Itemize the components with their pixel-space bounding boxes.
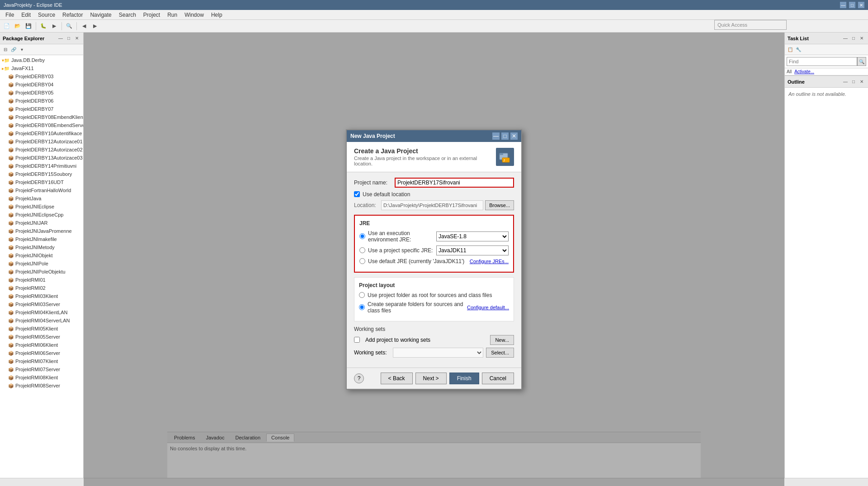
tree-item[interactable]: 📦ProjektRMI07Server bbox=[0, 365, 83, 373]
cancel-button[interactable]: Cancel bbox=[482, 373, 514, 384]
tree-item[interactable]: 📦ProjektDERBY13Autorizace03 bbox=[0, 154, 83, 162]
tree-item[interactable]: 📦ProjektDERBY14Primitiuvni bbox=[0, 162, 83, 170]
toolbar-open[interactable]: 📂 bbox=[13, 21, 23, 31]
explorer-menu-btn[interactable]: ▾ bbox=[18, 46, 25, 53]
menu-project[interactable]: Project bbox=[140, 11, 164, 19]
jre-env-select[interactable]: JavaSE-1.8 JavaSE-11 JavaSE-14 bbox=[436, 231, 509, 241]
layout-option1-radio[interactable] bbox=[359, 292, 365, 298]
maximize-btn[interactable]: □ bbox=[849, 2, 855, 8]
tree-item[interactable]: 📦ProjektDERBY03 bbox=[0, 72, 83, 80]
tree-item[interactable]: 📦ProjektDERBY16UDT bbox=[0, 178, 83, 186]
outline-minimize[interactable]: — bbox=[842, 78, 849, 85]
tree-item[interactable]: 📦ProjektJNIPole bbox=[0, 260, 83, 268]
tree-item[interactable]: 📦ProjektJNIJavaPromenne bbox=[0, 227, 83, 235]
tree-item[interactable]: 📦ProjektDERBY04 bbox=[0, 80, 83, 89]
layout-option2-radio[interactable] bbox=[359, 304, 365, 310]
location-input[interactable] bbox=[381, 200, 483, 210]
menu-refactor[interactable]: Refactor bbox=[59, 11, 86, 19]
tree-item[interactable]: 📦ProjektJava bbox=[0, 194, 83, 203]
toolbar-search[interactable]: 🔍 bbox=[64, 21, 74, 31]
tree-item[interactable]: 📦ProjektJNIJAR bbox=[0, 219, 83, 227]
tree-item[interactable]: 📦ProjektJNIObjekt bbox=[0, 251, 83, 260]
toolbar-debug[interactable]: 🐛 bbox=[38, 21, 48, 31]
tree-item[interactable]: 📦ProjektJNIPoleObjektu bbox=[0, 268, 83, 276]
tree-item[interactable]: ▾📁Java.DB.Derby bbox=[0, 56, 83, 64]
tree-item[interactable]: 📦ProjektDERBY05 bbox=[0, 89, 83, 97]
jre-option2-radio[interactable] bbox=[359, 247, 365, 253]
panel-close[interactable]: ✕ bbox=[73, 35, 80, 42]
next-button[interactable]: Next > bbox=[415, 373, 447, 384]
tree-item[interactable]: 📦ProjektDERBY07 bbox=[0, 105, 83, 113]
tree-item[interactable]: 📦ProjektDERBY15Soubory bbox=[0, 170, 83, 178]
tree-item[interactable]: 📦ProjektRMI06Server bbox=[0, 349, 83, 357]
tree-item[interactable]: 📦ProjektRMI04ServerLAN bbox=[0, 316, 83, 325]
activate-link[interactable]: Activate... bbox=[794, 69, 814, 74]
task-find-btn[interactable]: 🔍 bbox=[857, 57, 866, 66]
collapse-all-btn[interactable]: ⊟ bbox=[2, 46, 9, 53]
jre-option3-radio[interactable] bbox=[359, 258, 365, 264]
tree-item[interactable]: 📦ProjektRMI02 bbox=[0, 284, 83, 292]
toolbar-save[interactable]: 💾 bbox=[24, 21, 33, 31]
tree-item[interactable]: 📦ProjektDERBY06 bbox=[0, 97, 83, 105]
new-working-set-btn[interactable]: New... bbox=[490, 335, 514, 345]
menu-search[interactable]: Search bbox=[115, 11, 140, 19]
tree-item[interactable]: 📦ProjektRMI06Klient bbox=[0, 341, 83, 349]
link-with-editor-btn[interactable]: 🔗 bbox=[10, 46, 17, 53]
toolbar-forward[interactable]: ▶ bbox=[90, 21, 100, 31]
panel-maximize[interactable]: □ bbox=[65, 35, 72, 42]
browse-button[interactable]: Browse... bbox=[485, 200, 514, 210]
tree-item[interactable]: 📦ProjektRMI05Klient bbox=[0, 325, 83, 333]
jre-specific-select[interactable]: JavaJDK11 bbox=[436, 245, 509, 255]
tree-item[interactable]: 📦ProjektDERBY12Autorizace01 bbox=[0, 137, 83, 146]
tree-item[interactable]: 📦ProjektRMI08Server bbox=[0, 382, 83, 390]
tree-item[interactable]: 📦ProjektDERBY10Autentifikace bbox=[0, 129, 83, 137]
menu-window[interactable]: Window bbox=[181, 11, 208, 19]
tree-item[interactable]: 📦ProjektJNImakefile bbox=[0, 235, 83, 243]
menu-file[interactable]: File bbox=[2, 11, 18, 19]
back-button[interactable]: < Back bbox=[381, 373, 413, 384]
toolbar-back[interactable]: ◀ bbox=[79, 21, 89, 31]
select-working-set-btn[interactable]: Select... bbox=[486, 348, 514, 358]
toolbar-run[interactable]: ▶ bbox=[49, 21, 59, 31]
find-all-option[interactable]: All bbox=[787, 69, 792, 74]
tree-item[interactable]: 📦ProjektRMI08Klient bbox=[0, 373, 83, 382]
use-default-location-checkbox[interactable] bbox=[354, 191, 360, 197]
minimize-btn[interactable]: — bbox=[840, 2, 846, 8]
menu-navigate[interactable]: Navigate bbox=[86, 11, 115, 19]
task-btn2[interactable]: 🔧 bbox=[795, 46, 802, 53]
menu-help[interactable]: Help bbox=[208, 11, 226, 19]
tree-item[interactable]: 📦ProjektJNIEclipse bbox=[0, 203, 83, 211]
tree-item[interactable]: 📦ProjektRMI03Klient bbox=[0, 292, 83, 300]
working-sets-select[interactable] bbox=[393, 348, 483, 358]
configure-jres-link[interactable]: Configure JREs... bbox=[470, 259, 509, 264]
jre-option1-radio[interactable] bbox=[359, 233, 365, 239]
finish-button[interactable]: Finish bbox=[449, 373, 479, 384]
tree-item[interactable]: 📦ProjektDERBY12Autorizace02 bbox=[0, 146, 83, 154]
tree-item[interactable]: 📦ProjektJNIEclipseCpp bbox=[0, 211, 83, 219]
add-working-sets-checkbox[interactable] bbox=[354, 337, 360, 343]
toolbar-new[interactable]: 📄 bbox=[2, 21, 12, 31]
menu-run[interactable]: Run bbox=[164, 11, 181, 19]
task-find-input[interactable] bbox=[787, 57, 857, 66]
task-btn1[interactable]: 📋 bbox=[787, 46, 794, 53]
configure-default-link[interactable]: Configure default... bbox=[467, 305, 509, 310]
quick-access-bar[interactable]: Quick Access bbox=[714, 20, 787, 30]
tree-item[interactable]: 📦ProjektRMI05Server bbox=[0, 333, 83, 341]
dialog-close-btn[interactable]: ✕ bbox=[510, 132, 518, 140]
menu-edit[interactable]: Edit bbox=[18, 11, 34, 19]
tree-item[interactable]: 📦ProjektRMI03Server bbox=[0, 300, 83, 308]
task-minimize[interactable]: — bbox=[842, 35, 849, 42]
tree-item[interactable]: 📦ProjektJNIMetody bbox=[0, 243, 83, 251]
dialog-min-btn[interactable]: — bbox=[492, 132, 500, 140]
dialog-max-btn[interactable]: □ bbox=[501, 132, 509, 140]
tree-item[interactable]: 📦ProjektRMI01 bbox=[0, 276, 83, 284]
tree-item[interactable]: 📦ProjektDERBY08EmbendKlient bbox=[0, 113, 83, 121]
tree-item[interactable]: 📦ProjektFortranHalloWorld bbox=[0, 186, 83, 194]
outline-close[interactable]: ✕ bbox=[858, 78, 865, 85]
tree-item[interactable]: 📦ProjektRMI04KlientLAN bbox=[0, 308, 83, 316]
panel-minimize[interactable]: — bbox=[57, 35, 64, 42]
tree-item[interactable]: 📦ProjektDERBY08EmbendServer bbox=[0, 121, 83, 129]
tree-item[interactable]: 📦ProjektRMI07Klient bbox=[0, 357, 83, 365]
task-maximize[interactable]: □ bbox=[850, 35, 857, 42]
menu-source[interactable]: Source bbox=[34, 11, 59, 19]
